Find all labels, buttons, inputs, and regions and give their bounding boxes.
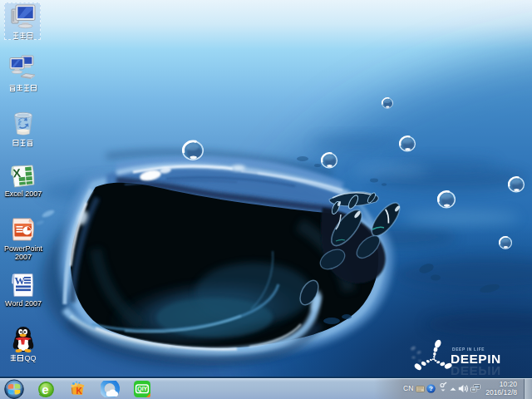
svg-text:K: K: [76, 387, 83, 396]
svg-text:QIY: QIY: [137, 386, 147, 392]
svg-text:DEEP IN LIFE: DEEP IN LIFE: [452, 347, 485, 352]
svg-text:QQ: QQ: [25, 354, 37, 362]
svg-text:W: W: [15, 275, 26, 287]
svg-text:?: ?: [429, 385, 433, 392]
svg-text:e: e: [42, 382, 48, 397]
svg-text:DEEPIN: DEEPIN: [451, 352, 501, 366]
